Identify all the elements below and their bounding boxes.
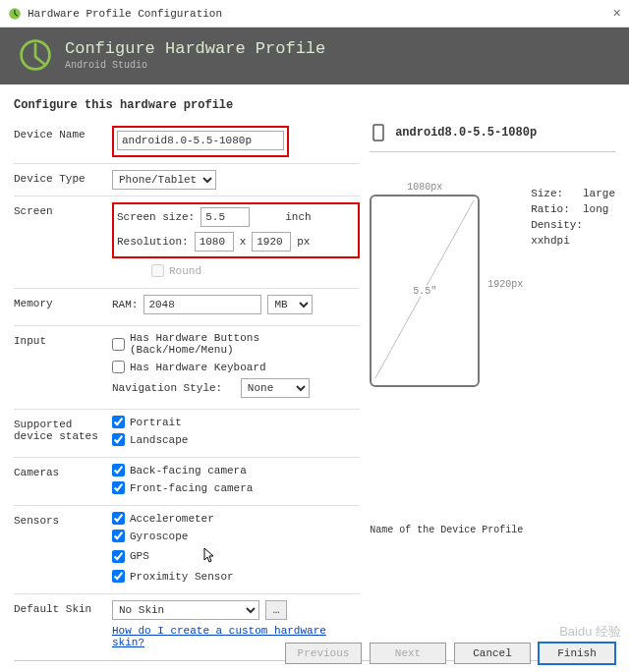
label-gyro: Gyroscope <box>130 531 188 542</box>
cursor-icon <box>203 547 217 565</box>
accelerometer-checkbox[interactable] <box>112 512 125 525</box>
device-name-input[interactable] <box>117 131 284 150</box>
label-sensors: Sensors <box>14 512 112 527</box>
preview-footer-text: Name of the Device Profile <box>370 525 615 535</box>
resolution-width-input[interactable] <box>195 232 234 252</box>
preview-density-val: xxhdpi <box>531 235 570 247</box>
label-accel: Accelerometer <box>130 513 214 525</box>
device-outline: 5.5" <box>370 195 480 387</box>
preview-ratio-val: long <box>583 203 608 215</box>
hw-keyboard-checkbox[interactable] <box>112 361 125 373</box>
previous-button: Previous <box>285 643 362 664</box>
label-ram: RAM: <box>112 299 138 310</box>
gyroscope-checkbox[interactable] <box>112 530 125 542</box>
preview-width: 1080px <box>370 182 480 193</box>
back-camera-checkbox[interactable] <box>112 464 125 476</box>
watermark: Baidu 经验 <box>559 623 621 641</box>
landscape-checkbox[interactable] <box>112 433 125 446</box>
close-icon[interactable]: × <box>613 6 621 22</box>
android-studio-icon <box>8 7 22 21</box>
screen-size-input[interactable] <box>200 207 250 227</box>
preview-device-name: android8.0-5.5-1080p <box>395 126 537 140</box>
label-screen: Screen <box>14 202 112 217</box>
nav-style-select[interactable]: None <box>241 378 310 398</box>
preview-panel: android8.0-5.5-1080p 1080px 5.5" 1920px … <box>370 120 615 654</box>
label-resolution: Resolution: <box>117 236 189 248</box>
portrait-checkbox[interactable] <box>112 416 125 428</box>
skin-select[interactable]: No Skin <box>112 600 259 620</box>
preview-diagonal: 5.5" <box>411 286 438 297</box>
label-default-skin: Default Skin <box>14 600 112 615</box>
front-camera-checkbox[interactable] <box>112 481 125 494</box>
finish-button[interactable]: Finish <box>539 643 615 664</box>
form-panel: Device Name Device Type Phone/Tablet Scr… <box>14 120 360 654</box>
label-landscape: Landscape <box>130 434 188 446</box>
header: Configure Hardware Profile Android Studi… <box>0 28 629 84</box>
label-size: Size: <box>531 188 563 199</box>
cancel-button[interactable]: Cancel <box>454 643 531 664</box>
svg-rect-2 <box>373 125 383 140</box>
label-screen-size: Screen size: <box>117 211 195 223</box>
header-title: Configure Hardware Profile <box>65 39 325 58</box>
device-type-select[interactable]: Phone/Tablet <box>112 170 216 190</box>
proximity-checkbox[interactable] <box>112 570 125 583</box>
label-round: Round <box>169 265 201 277</box>
label-back-cam: Back-facing camera <box>130 465 247 476</box>
label-inch: inch <box>285 211 311 223</box>
label-supported-states: Supported device states <box>14 416 112 442</box>
hw-buttons-checkbox[interactable] <box>112 338 125 351</box>
resolution-height-input[interactable] <box>252 232 291 252</box>
gps-checkbox[interactable] <box>112 550 125 563</box>
next-button: Next <box>370 643 446 664</box>
ram-input[interactable] <box>143 295 261 314</box>
label-portrait: Portrait <box>130 417 182 428</box>
footer-buttons: Previous Next Cancel Finish <box>285 643 615 664</box>
skin-browse-button[interactable]: … <box>265 600 287 620</box>
label-cameras: Cameras <box>14 464 112 478</box>
label-input: Input <box>14 332 112 347</box>
preview-height: 1920px <box>487 279 523 290</box>
preview-size-val: large <box>583 188 615 199</box>
label-nav-style: Navigation Style: <box>112 382 222 394</box>
window-title: Hardware Profile Configuration <box>28 8 222 20</box>
label-x: x <box>240 236 247 248</box>
label-density: Density: <box>531 219 583 231</box>
label-memory: Memory <box>14 295 112 309</box>
label-hw-buttons: Has Hardware Buttons (Back/Home/Menu) <box>130 332 360 356</box>
label-device-type: Device Type <box>14 170 112 185</box>
ram-unit-select[interactable]: MB <box>267 295 313 314</box>
section-title: Configure this hardware profile <box>0 84 629 120</box>
label-ratio: Ratio: <box>531 203 570 215</box>
titlebar: Hardware Profile Configuration × <box>0 0 629 28</box>
phone-icon <box>370 124 387 141</box>
round-checkbox <box>151 264 164 277</box>
label-hw-keyboard: Has Hardware Keyboard <box>130 362 266 373</box>
android-studio-logo-icon <box>18 37 53 73</box>
label-gps: GPS <box>130 550 149 562</box>
label-prox: Proximity Sensor <box>130 571 234 583</box>
label-device-name: Device Name <box>14 126 112 140</box>
label-px: px <box>297 236 310 248</box>
header-subtitle: Android Studio <box>65 60 325 71</box>
label-front-cam: Front-facing camera <box>130 482 253 494</box>
